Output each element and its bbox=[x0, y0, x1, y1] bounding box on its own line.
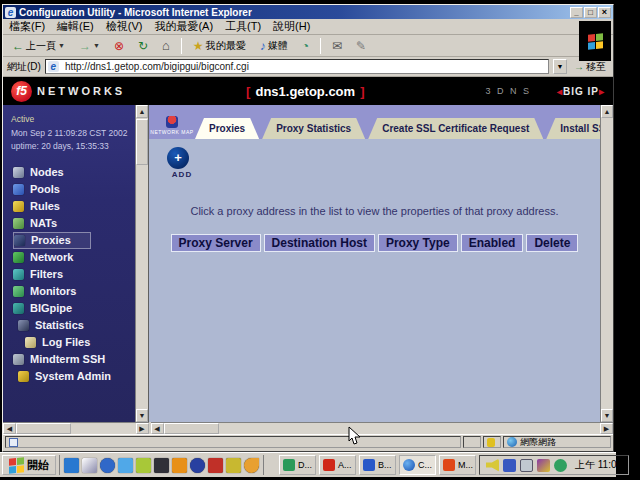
proxy-table: Proxy Server Destination Host Proxy Type… bbox=[168, 231, 582, 255]
sidebar-item-system-admin[interactable]: System Admin bbox=[18, 368, 135, 385]
scroll-up-icon[interactable]: ▲ bbox=[601, 105, 613, 118]
sidebar-scrollbar[interactable]: ▲ ▼ bbox=[135, 105, 148, 422]
back-dropdown-icon[interactable]: ▼ bbox=[58, 42, 65, 49]
forward-button[interactable]: → ▼ bbox=[74, 38, 105, 54]
quicklaunch-icon-5[interactable] bbox=[136, 458, 151, 473]
menu-view[interactable]: 檢視(V) bbox=[106, 19, 143, 34]
add-proxy-button[interactable]: + bbox=[167, 147, 189, 169]
quick-launch-bar bbox=[59, 455, 264, 475]
quicklaunch-icon-4[interactable] bbox=[118, 458, 133, 473]
home-button[interactable]: ⌂ bbox=[157, 38, 175, 54]
product-3dns-label: 3 D N S bbox=[485, 86, 531, 96]
address-dropdown-button[interactable]: ▼ bbox=[553, 59, 567, 74]
quicklaunch-icon-2[interactable] bbox=[82, 458, 97, 473]
start-button[interactable]: 開始 bbox=[2, 455, 56, 475]
sidebar-item-log-files[interactable]: Log Files bbox=[25, 334, 135, 351]
scroll-right-icon[interactable]: ▶ bbox=[136, 423, 149, 434]
sidebar-item-nodes[interactable]: Nodes bbox=[13, 164, 135, 181]
filters-icon bbox=[13, 269, 24, 280]
quicklaunch-icon-3[interactable] bbox=[100, 458, 115, 473]
tray-icon-2[interactable] bbox=[503, 459, 516, 472]
scrollbar-thumb[interactable] bbox=[136, 119, 148, 165]
scroll-down-icon[interactable]: ▼ bbox=[136, 409, 148, 422]
tray-icon-4[interactable] bbox=[537, 459, 550, 472]
sidebar-item-statistics[interactable]: Statistics bbox=[18, 317, 135, 334]
close-button[interactable]: × bbox=[598, 7, 611, 18]
stop-icon: ⊗ bbox=[114, 40, 124, 52]
scroll-right-icon[interactable]: ▶ bbox=[600, 423, 613, 434]
sidebar-item-mindterm-ssh[interactable]: Mindterm SSH bbox=[13, 351, 135, 368]
app-icon bbox=[443, 459, 455, 471]
sidebar-item-nats[interactable]: NATs bbox=[13, 215, 135, 232]
task-button-5[interactable]: M... bbox=[439, 455, 476, 475]
sidebar-item-pools[interactable]: Pools bbox=[13, 181, 135, 198]
sidebar-hscrollbar[interactable]: ◀ ▶ bbox=[3, 422, 149, 434]
system-tray: 上午 11:00 bbox=[479, 455, 629, 475]
scroll-down-icon[interactable]: ▼ bbox=[601, 409, 613, 422]
quicklaunch-icon-7[interactable] bbox=[172, 458, 187, 473]
sidebar-item-bigpipe[interactable]: BIGpipe bbox=[13, 300, 135, 317]
menu-favorites[interactable]: 我的最愛(A) bbox=[154, 19, 213, 34]
network-map-button[interactable]: NETWORK MAP bbox=[149, 114, 195, 139]
back-button[interactable]: ← 上一頁 ▼ bbox=[7, 37, 70, 55]
system-status: Active Mon Sep 2 11:09:28 CST 2002 uptim… bbox=[3, 105, 135, 160]
nats-icon bbox=[13, 218, 24, 229]
quicklaunch-icon-6[interactable] bbox=[154, 458, 169, 473]
media-button[interactable]: ♪ 媒體 bbox=[255, 37, 293, 55]
menu-edit[interactable]: 編輯(E) bbox=[57, 19, 94, 34]
quicklaunch-icon-11[interactable] bbox=[244, 458, 259, 473]
taskbar-clock: 上午 11:00 bbox=[571, 458, 622, 472]
task-button-1[interactable]: D... bbox=[279, 455, 316, 475]
app-icon bbox=[283, 459, 295, 471]
sidebar-item-filters[interactable]: Filters bbox=[13, 266, 135, 283]
title-bar[interactable]: e Configuration Utility - Microsoft Inte… bbox=[3, 5, 613, 19]
menu-help[interactable]: 說明(H) bbox=[273, 19, 310, 34]
tray-icon-5[interactable] bbox=[554, 459, 567, 472]
history-button[interactable]: ◔ bbox=[297, 38, 314, 54]
instruction-text: Click a proxy address in the list to vie… bbox=[149, 205, 600, 217]
tab-proxies[interactable]: Proxies bbox=[195, 118, 259, 139]
frame-hscrollbar[interactable]: ◀ ▶ bbox=[151, 422, 613, 434]
menu-tools[interactable]: 工具(T) bbox=[225, 19, 261, 34]
quicklaunch-icon-10[interactable] bbox=[226, 458, 241, 473]
back-icon: ← bbox=[12, 40, 24, 52]
refresh-button[interactable]: ↻ bbox=[133, 38, 153, 54]
quicklaunch-icon-8[interactable] bbox=[190, 458, 205, 473]
task-button-3[interactable]: B... bbox=[359, 455, 396, 475]
sidebar-item-network[interactable]: Network bbox=[13, 249, 135, 266]
network-monitor-icon[interactable] bbox=[520, 459, 533, 472]
sidebar-item-proxies[interactable]: Proxies bbox=[13, 232, 91, 249]
scroll-left-icon[interactable]: ◀ bbox=[151, 423, 164, 434]
task-button-4-active[interactable]: C... bbox=[399, 455, 436, 475]
scroll-up-icon[interactable]: ▲ bbox=[136, 105, 148, 118]
windows-flag-icon bbox=[588, 33, 603, 50]
address-input[interactable]: e http://dns1.getop.com/bigipgui/bigconf… bbox=[45, 59, 549, 74]
sidebar-item-monitors[interactable]: Monitors bbox=[13, 283, 135, 300]
go-button[interactable]: → 移至 bbox=[571, 60, 609, 74]
scrollbar-thumb[interactable] bbox=[16, 423, 71, 434]
minimize-button[interactable]: _ bbox=[570, 7, 583, 18]
mail-button[interactable]: ✉ bbox=[327, 38, 347, 54]
scroll-left-icon[interactable]: ◀ bbox=[3, 423, 16, 434]
restore-button[interactable]: □ bbox=[584, 7, 597, 18]
volume-icon[interactable] bbox=[486, 459, 499, 472]
scrollbar-thumb[interactable] bbox=[164, 423, 219, 434]
address-bar: 網址(D) e http://dns1.getop.com/bigipgui/b… bbox=[3, 57, 613, 77]
favorites-button[interactable]: ★ 我的最愛 bbox=[188, 37, 251, 55]
forward-dropdown-icon[interactable]: ▼ bbox=[93, 42, 100, 49]
tab-proxy-statistics[interactable]: Proxy Statistics bbox=[262, 118, 365, 139]
frame-scrollbar[interactable]: ▲ ▼ bbox=[600, 105, 613, 422]
edit-icon: ✎ bbox=[356, 40, 366, 52]
quicklaunch-icon-9[interactable] bbox=[208, 458, 223, 473]
quicklaunch-icon-1[interactable] bbox=[64, 458, 79, 473]
ie-app-icon bbox=[403, 459, 415, 471]
tab-create-ssl-certificate-request[interactable]: Create SSL Certificate Request bbox=[368, 118, 543, 139]
menu-file[interactable]: 檔案(F) bbox=[9, 19, 45, 34]
edit-button[interactable]: ✎ bbox=[351, 38, 371, 54]
col-destination-host: Destination Host bbox=[264, 234, 375, 252]
task-button-2[interactable]: A... bbox=[319, 455, 356, 475]
tab-band: NETWORK MAP Proxies Proxy Statistics Cre… bbox=[149, 105, 600, 139]
stop-button[interactable]: ⊗ bbox=[109, 38, 129, 54]
sidebar-item-rules[interactable]: Rules bbox=[13, 198, 135, 215]
tab-install-ssl-certificate[interactable]: Install SSL Certificate bbox=[546, 118, 600, 139]
